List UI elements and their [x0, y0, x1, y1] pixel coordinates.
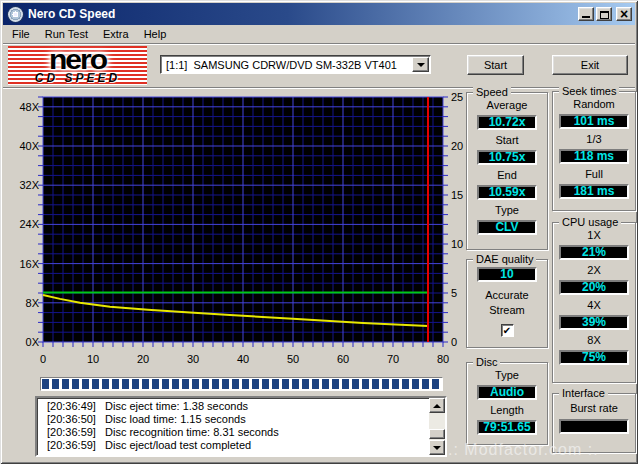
x-axis-label-50: 50: [281, 353, 305, 365]
accurate-stream-label: Stream: [489, 304, 524, 317]
log-line: [20:36:59]Disc recognition time: 8.31 se…: [47, 426, 426, 439]
drive-select[interactable]: [1:1] SAMSUNG CDRW/DVD SM-332B VT401: [160, 55, 431, 74]
check-icon: ✔: [503, 326, 511, 336]
x-axis-label-70: 70: [381, 353, 405, 365]
log-time: [20:36:59]: [47, 439, 105, 452]
log-time: [20:36:50]: [47, 413, 105, 426]
log-text: Disc eject/load test completed: [105, 439, 251, 452]
lcd-random: 101 ms: [559, 114, 629, 129]
log-text: Disc eject time: 1.38 seconds: [105, 400, 248, 413]
label-type: Type: [495, 370, 519, 381]
nero-logo: nero CD SPEED: [8, 46, 147, 85]
lcd-end: 10.59x: [477, 185, 537, 200]
interface-panel: Interface Burst rate: [552, 393, 636, 453]
x-axis-label-20: 20: [131, 353, 155, 365]
x-axis-label-30: 30: [181, 353, 205, 365]
log-text: Disc recognition time: 8.31 seconds: [105, 426, 279, 439]
scroll-down-button[interactable]: [429, 440, 445, 455]
y-axis-left-label-32x: 32X: [3, 179, 39, 191]
log-line: [20:36:49]Disc eject time: 1.38 seconds: [47, 400, 426, 413]
label-average: Average: [487, 100, 528, 111]
cpu-usage-panel: CPU usage 1X21%2X20%4X39%8X75%: [552, 222, 636, 383]
label-4x: 4X: [587, 300, 600, 311]
y-axis-right-label-25: 25: [451, 91, 469, 103]
label-start: Start: [495, 135, 518, 146]
progress-fill: [42, 379, 441, 389]
y-axis-right-label-5: 5: [451, 287, 469, 299]
close-icon: ×: [620, 8, 628, 21]
exit-button[interactable]: Exit: [552, 55, 628, 75]
label-length: Length: [490, 405, 524, 416]
menubar: FileRun TestExtraHelp: [3, 25, 635, 43]
label-full: Full: [585, 169, 603, 180]
nero-logo-text: nero: [8, 47, 147, 72]
log-line: [20:36:50]Disc load time: 1.15 seconds: [47, 413, 426, 426]
speed-chart: [37, 95, 449, 353]
log-scrollbar[interactable]: [429, 398, 445, 455]
lcd-length: 79:51.65: [477, 420, 537, 435]
label-1-3: 1/3: [586, 134, 601, 145]
x-axis-label-60: 60: [331, 353, 355, 365]
speed-panel-title: Speed: [473, 86, 511, 98]
lcd-8x: 75%: [559, 350, 629, 365]
log-text: Disc load time: 1.15 seconds: [105, 413, 246, 426]
arrow-up-icon: [433, 400, 441, 408]
maximize-button[interactable]: [596, 7, 612, 21]
start-button[interactable]: Start: [467, 55, 524, 75]
log-time: [20:36:59]: [47, 426, 105, 439]
y-axis-right-label-20: 20: [451, 140, 469, 152]
y-axis-right-label-10: 10: [451, 238, 469, 250]
close-button[interactable]: ×: [616, 7, 632, 21]
menu-item-run-test[interactable]: Run Test: [38, 26, 96, 43]
scroll-up-button[interactable]: [429, 398, 445, 413]
label-1x: 1X: [587, 230, 600, 241]
scroll-thumb[interactable]: [429, 429, 445, 439]
y-axis-right-label-0: 0: [451, 336, 469, 348]
app-window: Nero CD Speed × FileRun TestExtraHelp ne…: [0, 0, 638, 464]
cd-icon: [8, 7, 23, 22]
x-axis-label-80: 80: [431, 353, 455, 365]
window-controls: ×: [576, 7, 632, 21]
accurate-stream-label: Accurate: [485, 289, 528, 302]
menu-item-help[interactable]: Help: [137, 26, 175, 43]
burst-rate-label: Burst rate: [570, 403, 618, 414]
y-axis-left-label-0x: 0X: [3, 336, 39, 348]
lcd-4x: 39%: [559, 315, 629, 330]
log-line: [20:36:59]Disc eject/load test completed: [47, 439, 426, 452]
minimize-button[interactable]: [578, 7, 594, 21]
interface-panel-title: Interface: [559, 387, 608, 399]
minimize-icon: [582, 16, 590, 18]
menu-item-extra[interactable]: Extra: [96, 26, 137, 43]
disc-panel: Disc TypeAudioLength79:51.65: [466, 362, 548, 445]
menu-item-file[interactable]: File: [5, 26, 38, 43]
titlebar: Nero CD Speed ×: [3, 3, 635, 25]
seek-times-panel: Seek times Random101 ms1/3118 msFull181 …: [552, 91, 636, 211]
maximize-icon: [600, 11, 609, 19]
y-axis-left-label-16x: 16X: [3, 258, 39, 270]
lcd-1x: 21%: [559, 245, 629, 260]
label-end: End: [497, 170, 517, 181]
speed-panel: Speed Average10.72xStart10.75xEnd10.59xT…: [466, 92, 548, 250]
log-lines: [20:36:49]Disc eject time: 1.38 seconds[…: [47, 400, 426, 453]
lcd-2x: 20%: [559, 280, 629, 295]
x-axis-label-10: 10: [81, 353, 105, 365]
drive-dropdown-button[interactable]: [412, 57, 429, 72]
lcd-1-3: 118 ms: [559, 149, 629, 164]
dae-quality-panel: DAE quality 10 Accurate Stream ✔: [466, 259, 548, 348]
divider: [3, 87, 635, 89]
disc-panel-title: Disc: [473, 356, 500, 368]
log-box[interactable]: [20:36:49]Disc eject time: 1.38 seconds[…: [35, 396, 447, 457]
cpu-usage-panel-title: CPU usage: [559, 216, 621, 228]
accurate-stream-checkbox[interactable]: ✔: [501, 324, 514, 337]
lcd-full: 181 ms: [559, 184, 629, 199]
progress-bar: [40, 377, 443, 391]
lcd-type: Audio: [477, 385, 537, 400]
label-random: Random: [573, 99, 615, 110]
x-axis-label-0: 0: [31, 353, 55, 365]
lcd-type: CLV: [477, 220, 537, 235]
y-axis-left-label-48x: 48X: [3, 101, 39, 113]
dae-quality-panel-title: DAE quality: [473, 253, 536, 265]
y-axis-left-label-40x: 40X: [3, 140, 39, 152]
divider: [3, 43, 635, 45]
lcd-average: 10.72x: [477, 115, 537, 130]
